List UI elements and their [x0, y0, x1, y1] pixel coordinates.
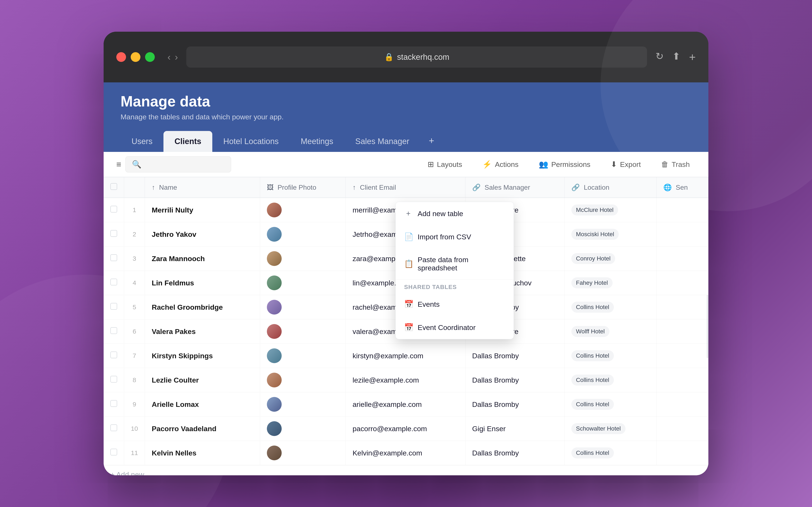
paste-icon: 📋: [404, 260, 413, 268]
cell-email: lezile@example.com: [346, 368, 465, 392]
events-icon: 📅: [404, 300, 413, 308]
toolbar: ≡ 🔍 ⊞ Layouts ⚡ Actions 👥 Permissions: [104, 152, 708, 177]
dropdown-item-paste-spreadsheet[interactable]: 📋 Paste data from spreadsheet: [396, 248, 514, 279]
tab-clients[interactable]: Clients: [163, 131, 212, 152]
dropdown-item-events[interactable]: 📅 Events: [396, 293, 514, 316]
row-checkbox[interactable]: [104, 344, 124, 368]
layouts-icon: ⊞: [427, 160, 434, 169]
browser-actions: ↻ ⬆ +: [656, 51, 696, 64]
cell-location: Collins Hotel: [564, 441, 656, 465]
cell-sen: [656, 198, 708, 222]
toolbar-right: ⊞ Layouts ⚡ Actions 👥 Permissions ⬇ Expo…: [422, 156, 696, 173]
cell-location: Fahey Hotel: [564, 271, 656, 295]
select-all-checkbox[interactable]: [104, 177, 124, 198]
layouts-label: Layouts: [437, 160, 462, 169]
shared-tables-section-label: Shared tables: [396, 279, 514, 293]
close-button[interactable]: [116, 52, 126, 62]
cell-photo: [260, 392, 346, 416]
reload-icon[interactable]: ↻: [656, 51, 664, 64]
export-label: Export: [620, 160, 641, 169]
scrollbar[interactable]: [707, 295, 708, 358]
link-icon-loc: 🔗: [571, 183, 580, 191]
cell-name[interactable]: Kirstyn Skippings: [145, 344, 260, 368]
minimize-button[interactable]: [131, 52, 140, 62]
actions-button[interactable]: ⚡ Actions: [476, 156, 524, 173]
cell-sen: [656, 368, 708, 392]
browser-window: ‹ › 🔒 stackerhq.com ↻ ⬆ + Manage data Ma…: [104, 32, 708, 475]
photo-icon: 🖼: [267, 183, 273, 191]
row-num: 9: [124, 392, 145, 416]
col-photo[interactable]: 🖼 Profile Photo: [260, 177, 346, 198]
forward-button[interactable]: ›: [175, 52, 178, 62]
cell-name[interactable]: Zara Mannooch: [145, 246, 260, 271]
row-checkbox[interactable]: [104, 392, 124, 416]
row-checkbox[interactable]: [104, 222, 124, 246]
cell-name[interactable]: Valera Pakes: [145, 320, 260, 344]
hamburger-icon[interactable]: ≡: [116, 160, 121, 169]
col-email[interactable]: ↑ Client Email: [346, 177, 465, 198]
cell-sales-manager: Dallas Bromby: [465, 368, 564, 392]
browser-bar: ‹ › 🔒 stackerhq.com ↻ ⬆ +: [104, 32, 708, 82]
layouts-button[interactable]: ⊞ Layouts: [422, 156, 468, 173]
row-checkbox[interactable]: [104, 198, 124, 222]
search-box[interactable]: 🔍: [125, 156, 231, 172]
table-wrapper: ↑ Name 🖼 Profile Photo ↑ Client Email: [104, 177, 708, 475]
trash-button[interactable]: 🗑 Trash: [655, 156, 696, 173]
dropdown-item-import-csv[interactable]: 📄 Import from CSV: [396, 225, 514, 248]
col-sen[interactable]: 🌐 Sen: [656, 177, 708, 198]
dropdown-item-label: Event Coordinator: [418, 324, 475, 332]
row-num: 7: [124, 344, 145, 368]
cell-name[interactable]: Kelvin Nelles: [145, 441, 260, 465]
col-sales-manager[interactable]: 🔗 Sales Manager: [465, 177, 564, 198]
cell-name[interactable]: Merrili Nulty: [145, 198, 260, 222]
cell-location: Wolff Hotel: [564, 320, 656, 344]
dropdown-item-add-table[interactable]: + Add new table: [396, 202, 514, 225]
tab-users[interactable]: Users: [120, 131, 163, 152]
tab-hotel-locations[interactable]: Hotel Locations: [212, 131, 290, 152]
row-checkbox[interactable]: [104, 368, 124, 392]
cell-name[interactable]: Pacorro Vaadeland: [145, 416, 260, 441]
nav-arrows: ‹ ›: [167, 52, 178, 62]
row-checkbox[interactable]: [104, 320, 124, 344]
fullscreen-button[interactable]: [145, 52, 155, 62]
row-num: 11: [124, 441, 145, 465]
row-num: 5: [124, 295, 145, 320]
cell-sen: [656, 392, 708, 416]
dropdown-item-event-coordinator[interactable]: 📅 Event Coordinator: [396, 316, 514, 339]
dropdown-item-label: Paste data from spreadsheet: [418, 256, 505, 272]
trash-label: Trash: [672, 160, 690, 169]
row-checkbox[interactable]: [104, 246, 124, 271]
row-checkbox[interactable]: [104, 295, 124, 320]
share-icon[interactable]: ⬆: [672, 51, 680, 64]
row-checkbox[interactable]: [104, 271, 124, 295]
cell-name[interactable]: Arielle Lomax: [145, 392, 260, 416]
add-tab-button[interactable]: +: [420, 129, 443, 152]
cell-photo: [260, 271, 346, 295]
tab-meetings[interactable]: Meetings: [290, 131, 344, 152]
export-button[interactable]: ⬇ Export: [605, 156, 647, 173]
col-location[interactable]: 🔗 Location: [564, 177, 656, 198]
cell-name[interactable]: Rachel Groombridge: [145, 295, 260, 320]
col-name[interactable]: ↑ Name: [145, 177, 260, 198]
address-bar[interactable]: 🔒 stackerhq.com: [186, 47, 647, 68]
cell-location: Schowalter Hotel: [564, 416, 656, 441]
cell-photo: [260, 368, 346, 392]
table-header-row: ↑ Name 🖼 Profile Photo ↑ Client Email: [104, 177, 708, 198]
tab-sales-manager[interactable]: Sales Manager: [344, 131, 420, 152]
cell-sen: [656, 271, 708, 295]
cell-location: Conroy Hotel: [564, 246, 656, 271]
row-checkbox[interactable]: [104, 416, 124, 441]
back-button[interactable]: ‹: [167, 52, 171, 62]
row-checkbox[interactable]: [104, 441, 124, 465]
cell-name[interactable]: Lezlie Coulter: [145, 368, 260, 392]
cell-sales-manager: Dallas Bromby: [465, 344, 564, 368]
cell-name[interactable]: Jethro Yakov: [145, 222, 260, 246]
cell-name[interactable]: Lin Feldmus: [145, 271, 260, 295]
traffic-lights: [116, 52, 155, 62]
row-num: 3: [124, 246, 145, 271]
permissions-label: Permissions: [551, 160, 591, 169]
add-new-row[interactable]: + Add new: [104, 465, 708, 475]
row-num: 1: [124, 198, 145, 222]
permissions-button[interactable]: 👥 Permissions: [533, 156, 596, 173]
new-tab-icon[interactable]: +: [689, 51, 696, 64]
